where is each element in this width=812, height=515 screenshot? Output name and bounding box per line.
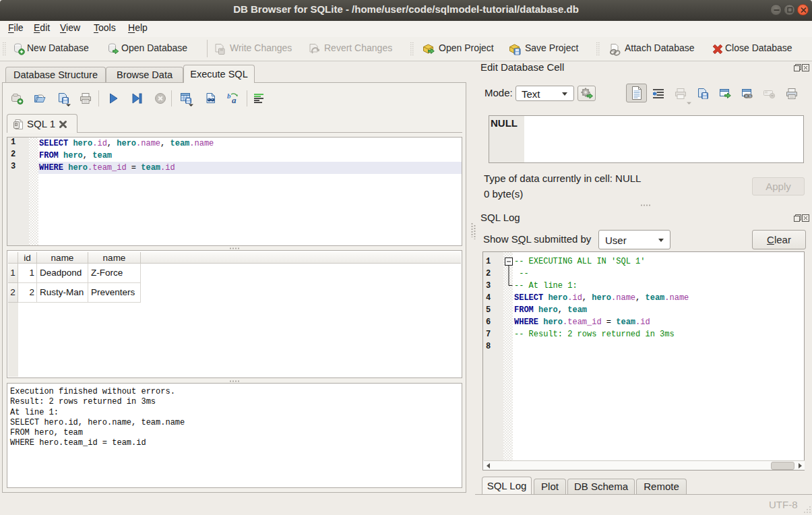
svg-text:b: b xyxy=(227,92,231,100)
svg-text:a: a xyxy=(232,95,237,105)
